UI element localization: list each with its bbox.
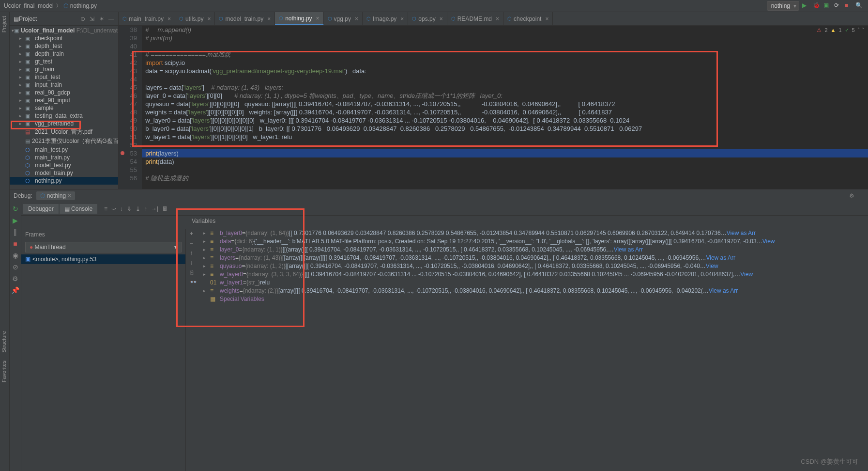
editor-tab[interactable]: ⬡checkpoint× — [503, 12, 553, 25]
breadcrumb-file[interactable]: nothing.py — [70, 2, 97, 9]
tree-folder[interactable]: ▸▣sample — [10, 104, 118, 112]
debug-session-tab[interactable]: ⬡ nothing × — [36, 191, 75, 200]
tree-file[interactable]: ⬡nothing.py — [10, 177, 118, 185]
chevron-icon: 〉 — [56, 2, 61, 10]
thread-icon: ● — [30, 244, 33, 251]
favorites-tool-tab[interactable]: Favorites — [0, 357, 8, 386]
structure-tool-tab[interactable]: Structure — [0, 327, 8, 357]
evaluate-icon[interactable]: 🖩 — [162, 205, 168, 212]
step-over-icon[interactable]: ⤻ — [111, 205, 116, 212]
debugger-tab[interactable]: Debugger — [23, 204, 59, 214]
editor-tab[interactable]: ⬡main_train.py× — [119, 12, 175, 25]
editor-tab[interactable]: ⬡README.md× — [447, 12, 503, 25]
select-opened-icon[interactable]: ⊙ — [80, 16, 85, 22]
step-into-icon[interactable]: ↓ — [120, 205, 123, 212]
project-tree[interactable]: ▾▣ Ucolor_final_model F:\DL_underwater\U… — [10, 26, 118, 186]
debug-icon[interactable]: 🐞 — [813, 2, 821, 10]
step-out-icon[interactable]: ↑ — [144, 205, 147, 212]
project-panel: ▤ Project ⊙ ⇲ ✶ — ▾▣ Ucolor_final_model … — [10, 12, 119, 189]
tree-file[interactable]: ▤2021李重仪Ucolor（有代码G盘百度网盘 — [10, 137, 118, 146]
close-icon[interactable]: × — [267, 16, 271, 22]
run-to-cursor-icon[interactable]: →| — [151, 205, 158, 212]
variables-panel: Variables + − ↑ ↓ ⎘ 👓 ▸≡b_layer0 = {ndar… — [186, 216, 868, 471]
close-icon[interactable]: × — [496, 16, 499, 22]
debug-inner-tabs: Debugger ▤ Console ≡ ⤻ ↓ ⇓ ⤓ ↑ →| 🖩 — [21, 202, 868, 216]
close-icon[interactable]: × — [316, 15, 320, 22]
settings-icon[interactable]: ⚙ — [12, 275, 18, 283]
tree-folder[interactable]: ▸▣gt_test — [10, 58, 118, 65]
resume-icon[interactable]: ▶ — [13, 217, 18, 224]
run-coverage-icon[interactable]: ▣ — [823, 2, 831, 10]
project-tool-tab[interactable]: Project — [0, 12, 8, 36]
console-tab[interactable]: ▤ Console — [60, 204, 97, 214]
editor-tab[interactable]: ⬡ops.py× — [408, 12, 447, 25]
profile-icon[interactable]: ⟳ — [834, 2, 842, 10]
frame-item[interactable]: ▣ <module>, nothing.py:53 — [21, 254, 185, 264]
frame-icon: ▣ — [25, 256, 30, 263]
breadcrumb: Ucolor_final_model 〉 ⬡ nothing.py — [0, 0, 868, 12]
editor-tabs: ⬡main_train.py×⬡utils.py×⬡model_train.py… — [119, 12, 868, 26]
editor-tab[interactable]: ⬡model_train.py× — [215, 12, 275, 25]
close-icon[interactable]: × — [68, 192, 71, 199]
close-icon[interactable]: × — [400, 16, 404, 22]
tree-folder[interactable]: ▸▣checkpoint — [10, 34, 118, 42]
pin-icon[interactable]: 📌 — [11, 286, 19, 294]
tree-file[interactable]: ⬡main_train.py — [10, 154, 118, 161]
editor-tab[interactable]: ⬡utils.py× — [175, 12, 215, 25]
gear-icon[interactable]: ⚙ — [849, 192, 854, 199]
tree-folder[interactable]: ▸▣gt_train — [10, 65, 118, 73]
editor-tab[interactable]: ⬡vgg.py× — [324, 12, 363, 25]
close-icon[interactable]: × — [440, 16, 443, 22]
tree-file[interactable]: ⬡model_test.py — [10, 161, 118, 169]
python-icon: ⬡ — [63, 2, 68, 9]
tree-folder[interactable]: ▸▣input_test — [10, 73, 118, 81]
debug-label: Debug: — [14, 192, 32, 199]
close-icon[interactable]: × — [207, 16, 211, 22]
step-into-my-icon[interactable]: ⇓ — [127, 205, 132, 212]
rerun-icon[interactable]: ↻ — [13, 205, 18, 213]
pause-icon[interactable]: ‖ — [14, 228, 17, 236]
play-icon[interactable]: ▶ — [802, 2, 810, 10]
tree-file[interactable]: ⬡main_test.py — [10, 146, 118, 154]
folder-icon: ▤ — [14, 16, 19, 22]
tree-folder[interactable]: ▸▣input_train — [10, 81, 118, 89]
weak-warning-icon: ✓ — [845, 27, 849, 33]
hide-icon[interactable]: — — [858, 192, 864, 199]
hide-icon[interactable]: — — [108, 16, 114, 22]
tree-folder[interactable]: ▸▣depth_test — [10, 42, 118, 50]
run-config-selector[interactable]: nothing — [767, 1, 799, 11]
search-icon[interactable]: 🔍 — [855, 2, 863, 10]
debug-side-toolbar: ↻ ▶ ‖ ■ ◉ ⊘ ⚙ 📌 — [10, 202, 21, 471]
thread-selector[interactable]: ● MainThread ▾ — [25, 242, 182, 252]
tree-folder[interactable]: ▸▣real_90_input — [10, 96, 118, 104]
show-execution-point-icon[interactable]: ≡ — [104, 205, 107, 212]
tree-folder[interactable]: ▸▣depth_train — [10, 50, 118, 58]
chevron-icon: ˇ — [862, 27, 864, 33]
annotation-box-tree — [11, 121, 81, 129]
stop-icon[interactable]: ■ — [13, 240, 17, 248]
tool-window-bar-left: Project Structure Favorites — [0, 12, 10, 471]
project-title[interactable]: Project — [19, 16, 77, 22]
inspections-widget[interactable]: ⚠2 ▲1 ✓5 ˆˇ — [817, 27, 864, 33]
editor-tab[interactable]: ⬡Image.py× — [363, 12, 408, 25]
mute-breakpoints-icon[interactable]: ⊘ — [13, 263, 18, 271]
annotation-box-vars — [176, 208, 305, 327]
console-icon: ▤ — [64, 205, 70, 212]
tree-folder[interactable]: ▸▣testing_data_extra — [10, 112, 118, 120]
breadcrumb-root[interactable]: Ucolor_final_model — [4, 2, 54, 9]
stop-icon[interactable]: ■ — [845, 2, 853, 10]
close-icon[interactable]: × — [168, 16, 171, 22]
close-icon[interactable]: × — [545, 16, 548, 22]
view-breakpoints-icon[interactable]: ◉ — [13, 251, 18, 259]
expand-all-icon[interactable]: ⇲ — [90, 16, 94, 22]
code-editor[interactable]: 38394041424344454647484950515253545556 #… — [119, 26, 868, 189]
collapse-icon[interactable]: ✶ — [99, 16, 104, 22]
editor-tab[interactable]: ⬡nothing.py× — [275, 12, 323, 25]
run-toolbar: nothing ▶ 🐞 ▣ ⟳ ■ 🔍 — [767, 1, 863, 11]
tree-file[interactable]: ⬡model_train.py — [10, 169, 118, 177]
watermark: CSDN @姜黄生可可 — [801, 457, 858, 466]
close-icon[interactable]: × — [355, 16, 358, 22]
tree-root[interactable]: ▾▣ Ucolor_final_model F:\DL_underwater\U — [10, 27, 118, 34]
tree-folder[interactable]: ▸▣real_90_gdcp — [10, 89, 118, 96]
force-step-icon[interactable]: ⤓ — [136, 205, 140, 212]
